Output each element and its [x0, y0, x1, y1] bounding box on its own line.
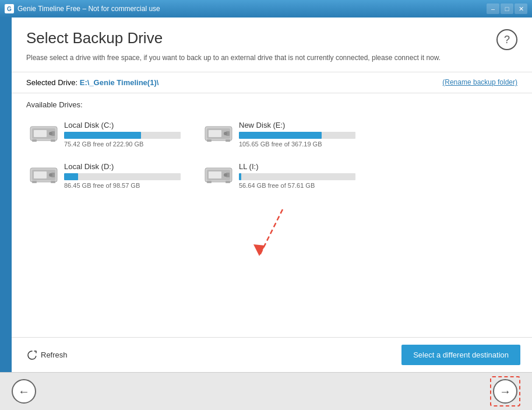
arrow-annotation-area: [26, 192, 517, 262]
selected-drive-path: E:\_Genie Timeline(1)\: [80, 78, 159, 87]
drive-bar-fill: [239, 132, 322, 139]
back-button[interactable]: ←: [12, 379, 36, 404]
available-drives-label: Available Drives:: [26, 100, 517, 109]
svg-rect-23: [209, 171, 221, 178]
back-arrow-icon: ←: [18, 385, 30, 398]
drive-info: Local Disk (D:) 86.45 GB free of 98.57 G…: [64, 162, 181, 189]
drive-info: Local Disk (C:) 75.42 GB free of 222.90 …: [64, 121, 181, 148]
svg-rect-20: [51, 181, 55, 183]
svg-rect-16: [34, 171, 47, 178]
drive-item[interactable]: New Disk (E:) 105.65 GB free of 367.19 G…: [201, 118, 358, 150]
next-arrow-icon: →: [499, 385, 511, 398]
next-button-wrapper: →: [490, 376, 520, 407]
header-section: Select Backup Drive Please select a driv…: [12, 17, 532, 72]
drive-icon: [204, 163, 233, 185]
next-button[interactable]: →: [493, 379, 517, 404]
selected-drive-row: Selected Drive: E:\_Genie Timeline(1)\ (…: [12, 72, 532, 93]
help-icon: ?: [504, 34, 510, 46]
selected-drive-label: Selected Drive:: [26, 78, 80, 87]
app-icon: G: [5, 4, 14, 13]
header-subtitle: Please select a drive with free space, i…: [26, 53, 517, 63]
drives-grid: Local Disk (C:) 75.42 GB free of 222.90 …: [26, 118, 517, 192]
svg-point-11: [224, 132, 227, 135]
help-button[interactable]: ?: [496, 29, 517, 50]
svg-rect-5: [32, 139, 37, 142]
drive-bar-fill: [64, 173, 78, 180]
refresh-icon: [27, 350, 37, 360]
svg-point-4: [49, 132, 52, 135]
drive-name: LL (I:): [239, 162, 355, 171]
svg-rect-12: [207, 139, 212, 142]
drive-bar-fill: [239, 173, 241, 180]
drive-info: LL (I:) 56.64 GB free of 57.61 GB: [239, 162, 355, 189]
drive-item[interactable]: LL (I:) 56.64 GB free of 57.61 GB: [201, 159, 358, 192]
rename-backup-link[interactable]: (Rename backup folder): [442, 78, 517, 86]
refresh-label: Refresh: [41, 351, 68, 359]
maximize-button[interactable]: □: [501, 3, 513, 14]
close-button[interactable]: ✕: [515, 3, 527, 14]
svg-point-18: [49, 173, 52, 177]
svg-point-25: [224, 173, 227, 177]
svg-rect-9: [209, 130, 221, 137]
selected-drive-info: Selected Drive: E:\_Genie Timeline(1)\: [26, 78, 158, 87]
drive-bar-fill: [64, 132, 141, 139]
drive-name: Local Disk (D:): [64, 162, 181, 171]
svg-rect-27: [226, 181, 230, 183]
page-title: Select Backup Drive: [26, 29, 517, 47]
drive-name: Local Disk (C:): [64, 121, 181, 129]
drives-section: Available Drives: Lo: [12, 93, 532, 337]
svg-rect-13: [226, 139, 230, 142]
drive-icon: [29, 122, 58, 144]
svg-rect-6: [51, 139, 55, 142]
refresh-button[interactable]: Refresh: [23, 348, 71, 363]
svg-rect-19: [32, 181, 37, 183]
drive-name: New Disk (E:): [239, 121, 355, 129]
minimize-button[interactable]: –: [487, 3, 499, 14]
drive-bar-container: [64, 173, 181, 180]
content-area: Select Backup Drive Please select a driv…: [12, 17, 532, 372]
svg-marker-29: [253, 244, 265, 256]
dashed-arrow-icon: [248, 204, 294, 262]
drive-free-text: 86.45 GB free of 98.57 GB: [64, 182, 181, 189]
drive-icon: [29, 163, 58, 185]
drive-info: New Disk (E:) 105.65 GB free of 367.19 G…: [239, 121, 355, 148]
footer-nav: ← →: [0, 372, 532, 410]
select-destination-button[interactable]: Select a different destination: [401, 345, 520, 365]
drive-icon: [204, 122, 233, 144]
drive-free-text: 56.64 GB free of 57.61 GB: [239, 182, 355, 189]
header-subtitle-text: Please select a drive with free space, i…: [26, 54, 441, 62]
left-sidebar: [0, 17, 12, 372]
svg-rect-26: [207, 181, 212, 183]
svg-rect-2: [34, 130, 47, 137]
drive-free-text: 105.65 GB free of 367.19 GB: [239, 141, 355, 148]
title-bar-controls: – □ ✕: [487, 3, 527, 14]
title-bar-left: G Genie Timeline Free – Not for commerci…: [5, 4, 160, 13]
drive-item[interactable]: Local Disk (C:) 75.42 GB free of 222.90 …: [26, 118, 184, 150]
drive-bar-container: [64, 132, 181, 139]
main-container: Select Backup Drive Please select a driv…: [0, 17, 532, 372]
drive-free-text: 75.42 GB free of 222.90 GB: [64, 141, 181, 148]
title-bar: G Genie Timeline Free – Not for commerci…: [0, 0, 532, 17]
drive-item[interactable]: Local Disk (D:) 86.45 GB free of 98.57 G…: [26, 159, 184, 192]
title-bar-text: Genie Timeline Free – Not for commercial…: [17, 5, 160, 13]
drive-bar-container: [239, 132, 355, 139]
bottom-toolbar: Refresh Select a different destination: [12, 337, 532, 372]
drive-bar-container: [239, 173, 355, 180]
